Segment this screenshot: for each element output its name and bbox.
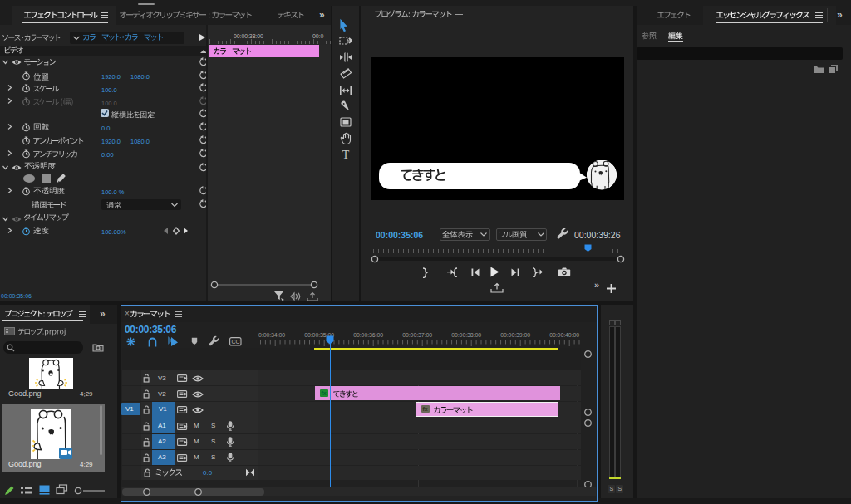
svg-text:T: T: [342, 149, 350, 161]
svg-text:CC: CC: [231, 339, 239, 345]
